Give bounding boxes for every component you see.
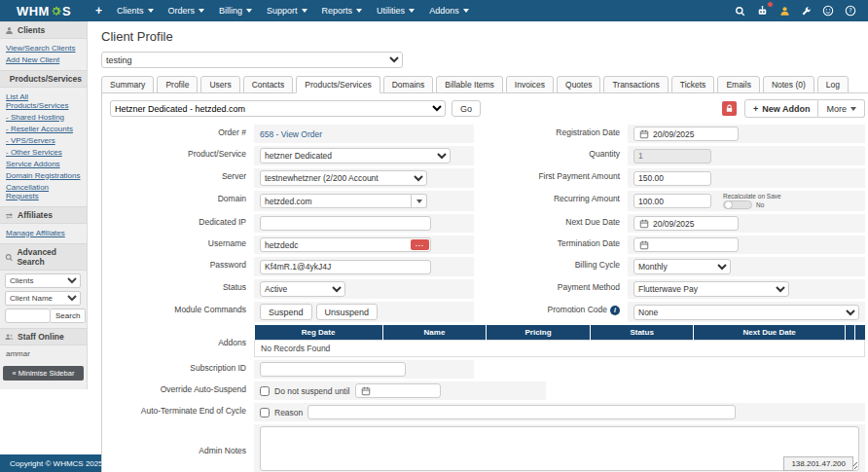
sidebar: Clients View/Search Clients Add New Clie… xyxy=(0,21,88,454)
tab-summary[interactable]: Summary xyxy=(101,76,154,93)
client-tabs: Summary Profile Users Contacts Products/… xyxy=(101,76,868,93)
billing-cycle-select[interactable]: Monthly xyxy=(633,259,731,274)
advanced-search-button[interactable]: Search xyxy=(51,309,86,323)
suspend-button[interactable]: Suspend xyxy=(260,304,312,320)
first-payment-field[interactable] xyxy=(633,171,711,186)
sidebar-link-vps-servers[interactable]: - VPS/Servers xyxy=(0,134,87,146)
tab-contacts[interactable]: Contacts xyxy=(243,76,294,93)
client-selector[interactable]: testing xyxy=(101,52,403,68)
nav-billing[interactable]: Billing xyxy=(219,6,252,16)
calendar-icon xyxy=(361,386,371,396)
sidebar-section-products: Products/Services xyxy=(0,70,87,88)
tab-invoices[interactable]: Invoices xyxy=(506,76,554,93)
top-navbar: WHM S Clients Orders Billing Support Rep… xyxy=(0,0,868,21)
automation-status-icon[interactable] xyxy=(756,5,769,17)
addons-col-name: Name xyxy=(382,325,487,341)
minimise-sidebar-button[interactable]: « Minimise Sidebar xyxy=(3,366,84,381)
password-field[interactable] xyxy=(260,260,431,274)
nav-orders[interactable]: Orders xyxy=(168,6,205,16)
auto-terminate-checkbox[interactable] xyxy=(260,408,270,418)
tab-users[interactable]: Users xyxy=(200,76,239,93)
nav-reports[interactable]: Reports xyxy=(322,6,363,16)
tab-domains[interactable]: Domains xyxy=(383,76,434,93)
nav-addons[interactable]: Addons xyxy=(429,6,469,16)
advanced-search-type-select[interactable]: Clients xyxy=(5,273,81,288)
sidebar-link-service-addons[interactable]: Service Addons xyxy=(0,158,87,169)
go-button[interactable]: Go xyxy=(452,100,481,117)
dedicated-ip-field[interactable] xyxy=(260,216,431,231)
sidebar-link-cancellation-requests[interactable]: Cancellation Requests xyxy=(0,181,87,201)
suspend-until-date-field[interactable] xyxy=(355,383,441,398)
search-icon[interactable] xyxy=(735,6,745,17)
tab-emails[interactable]: Emails xyxy=(717,76,760,93)
chevron-down-icon xyxy=(356,9,362,13)
nav-support[interactable]: Support xyxy=(267,6,307,16)
nav-clients[interactable]: Clients xyxy=(117,6,154,16)
tab-tickets[interactable]: Tickets xyxy=(671,76,715,93)
chevron-down-icon xyxy=(148,9,154,13)
search-icon xyxy=(5,253,13,262)
quantity-label: Quantity xyxy=(474,146,628,165)
system-tools-icon[interactable] xyxy=(801,6,812,17)
next-due-date-field[interactable]: 20/09/2025 xyxy=(633,216,739,231)
chevron-down-icon xyxy=(463,9,469,13)
my-account-icon[interactable] xyxy=(822,5,834,17)
subscription-id-field[interactable] xyxy=(260,362,406,377)
products-services-panel: Hetzner Dedicated - hetzded.com Go New A… xyxy=(101,92,868,472)
tab-quotes[interactable]: Quotes xyxy=(557,76,600,93)
registration-date-field[interactable]: 20/09/2025 xyxy=(633,127,739,141)
logo-text: WHM xyxy=(17,4,50,18)
more-button[interactable]: More xyxy=(818,99,865,118)
sidebar-section-clients: Clients xyxy=(0,21,87,39)
nav-icons: ? xyxy=(735,5,856,17)
tab-notes[interactable]: Notes (0) xyxy=(763,76,814,93)
admin-notes-field[interactable] xyxy=(260,426,859,471)
service-selector[interactable]: Hetzner Dedicated - hetzded.com xyxy=(110,100,446,117)
chevron-down-icon xyxy=(409,9,415,13)
terminate-reason-field[interactable] xyxy=(307,405,736,419)
domain-field[interactable] xyxy=(260,194,412,208)
staff-online-name: ammar xyxy=(0,345,87,364)
sidebar-link-view-search-clients[interactable]: View/Search Clients xyxy=(0,42,87,54)
tab-products-services[interactable]: Products/Services xyxy=(296,76,380,93)
sidebar-link-domain-registrations[interactable]: Domain Registrations xyxy=(0,169,87,181)
sidebar-link-shared-hosting[interactable]: - Shared Hosting xyxy=(0,111,87,123)
termination-date-field[interactable] xyxy=(633,237,739,252)
sidebar-link-reseller-accounts[interactable]: - Reseller Accounts xyxy=(0,123,87,134)
status-select[interactable]: Active xyxy=(260,281,345,297)
order-link[interactable]: 658 - View Order xyxy=(260,129,322,139)
help-icon[interactable]: ? xyxy=(845,5,856,17)
whmcs-logo[interactable]: WHM S xyxy=(0,4,88,18)
staff-alert-icon[interactable] xyxy=(779,6,790,17)
info-icon[interactable] xyxy=(610,306,620,315)
server-select[interactable]: testnewhetzner (2/200 Account xyxy=(260,170,427,186)
sidebar-link-manage-affiliates[interactable]: Manage Affiliates xyxy=(0,227,87,238)
tab-log[interactable]: Log xyxy=(817,76,849,93)
sidebar-link-add-new-client[interactable]: Add New Client xyxy=(0,54,87,65)
quick-add-icon[interactable] xyxy=(95,4,102,18)
tab-profile[interactable]: Profile xyxy=(157,76,198,93)
advanced-search-field-select[interactable]: Client Name xyxy=(5,291,81,306)
advanced-search-input[interactable] xyxy=(5,309,51,323)
tab-transactions[interactable]: Transactions xyxy=(603,76,668,93)
new-addon-button[interactable]: New Addon xyxy=(744,99,818,118)
dedicated-ip-label: Dedicated IP xyxy=(110,214,254,233)
sidebar-section-affiliates: Affiliates xyxy=(0,206,87,224)
nav-menu: Clients Orders Billing Support Reports U… xyxy=(95,4,735,18)
promotion-code-select[interactable]: None xyxy=(633,305,859,320)
product-service-select[interactable]: hetzner Dedicated xyxy=(260,148,451,163)
sidebar-link-other-services[interactable]: - Other Services xyxy=(0,146,87,158)
recalculate-toggle[interactable] xyxy=(723,200,752,209)
nav-utilities[interactable]: Utilities xyxy=(377,6,415,16)
unsuspend-button[interactable]: Unsuspend xyxy=(316,304,379,320)
payment-method-select[interactable]: Flutterwave Pay xyxy=(633,281,789,297)
username-field[interactable] xyxy=(260,237,431,252)
sidebar-link-list-all-products[interactable]: List All Products/Services xyxy=(0,91,87,111)
domain-dropdown-button[interactable] xyxy=(412,194,427,208)
username-options-button[interactable] xyxy=(411,239,429,250)
override-auto-suspend-checkbox[interactable] xyxy=(260,386,270,396)
lock-icon[interactable] xyxy=(722,101,737,116)
order-label: Order # xyxy=(110,125,254,143)
recurring-amount-field[interactable] xyxy=(633,194,711,208)
tab-billable-items[interactable]: Billable Items xyxy=(436,76,503,93)
